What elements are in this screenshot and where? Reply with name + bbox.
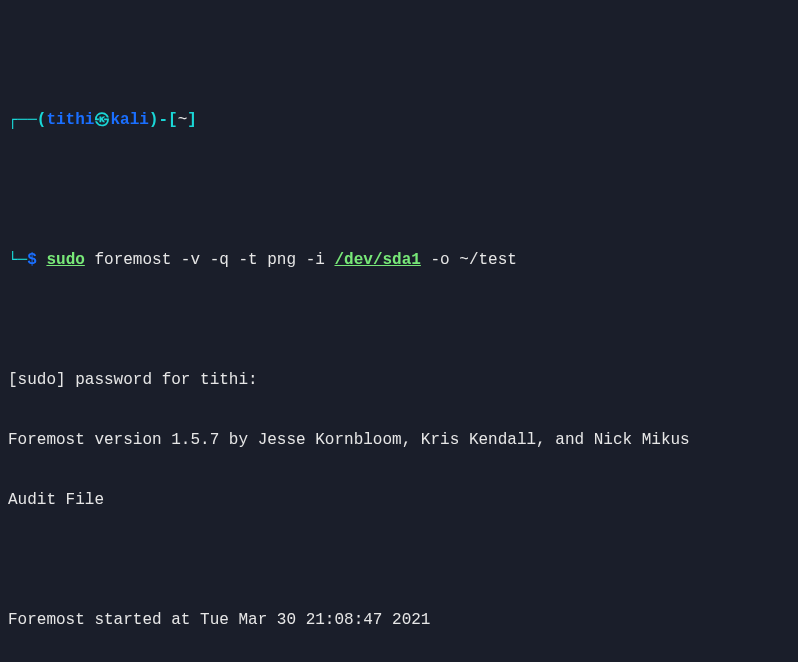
command-text[interactable]: foremost -v -q -t png -i [94,251,334,269]
prompt-path-close: ] [187,111,197,129]
prompt-line-2: └─$ sudo foremost -v -q -t png -i /dev/s… [8,230,790,290]
sudo-cmd: sudo [46,251,84,269]
prompt-user: tithi [46,111,94,129]
audit-file: Audit File [8,490,790,510]
device-path: /dev/sda1 [334,251,420,269]
prompt-box-close: )-[ [149,111,178,129]
prompt-path: ~ [178,111,188,129]
prompt-dollar: $ [27,251,37,269]
terminal-window[interactable]: ┌──(tithi㉿kali)-[~] └─$ sudo foremost -v… [0,0,798,662]
prompt-box-open: ┌──( [8,111,46,129]
foremost-version: Foremost version 1.5.7 by Jesse Kornbloo… [8,430,790,450]
foremost-started: Foremost started at Tue Mar 30 21:08:47 … [8,610,790,630]
prompt-host: kali [110,111,148,129]
blank-line [8,550,790,570]
prompt-line-1: ┌──(tithi㉿kali)-[~] [8,90,790,150]
prompt-line2: └─ [8,251,27,269]
sudo-password-line: [sudo] password for tithi: [8,370,790,390]
command-rest[interactable]: -o ~/test [421,251,517,269]
at-icon: ㉿ [94,111,110,129]
